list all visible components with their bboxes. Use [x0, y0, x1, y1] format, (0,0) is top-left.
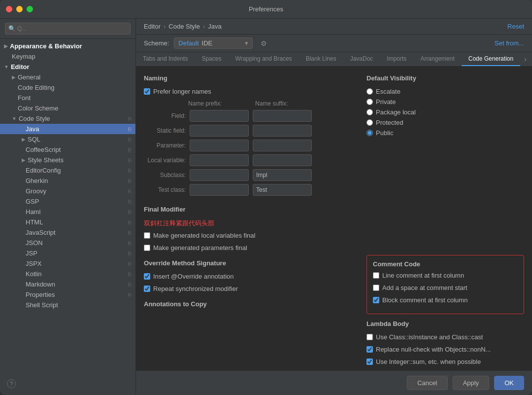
sidebar-item-markdown[interactable]: Markdown ⎘	[0, 279, 135, 289]
scheme-bar: Scheme: Default IDE ▾ ⚙ Set from...	[136, 35, 532, 52]
sidebar-item-code-editing[interactable]: Code Editing	[0, 82, 135, 93]
sidebar-item-jsp[interactable]: JSP ⎘	[0, 248, 135, 258]
breadcrumb-editor: Editor	[144, 23, 161, 30]
field-prefix-input[interactable]	[190, 110, 249, 122]
sidebar-item-keymap[interactable]: Keymap	[0, 51, 135, 62]
set-from-link[interactable]: Set from...	[495, 39, 524, 47]
tab-wrapping-braces[interactable]: Wrapping and Braces	[228, 52, 299, 66]
subclass-prefix-input[interactable]	[190, 169, 249, 181]
sidebar-item-html[interactable]: HTML ⎘	[0, 217, 135, 227]
sidebar-item-shell-script[interactable]: Shell Script	[0, 300, 135, 310]
package-local-radio[interactable]	[366, 109, 373, 115]
tab-arrangement[interactable]: Arrangement	[413, 52, 461, 66]
sidebar-item-general[interactable]: ▶ General	[0, 72, 135, 82]
make-params-final-row: Make generated parameters final	[144, 244, 357, 251]
reset-button[interactable]: Reset	[507, 23, 524, 30]
sidebar-item-editorconfig[interactable]: EditorConfig ⎘	[0, 165, 135, 176]
repeat-synchronized-checkbox[interactable]	[144, 286, 150, 292]
use-class-instance-checkbox[interactable]	[366, 334, 373, 340]
sidebar-item-color-scheme[interactable]: Color Scheme	[0, 103, 135, 113]
use-integer-sum-checkbox[interactable]	[366, 359, 373, 365]
sidebar-item-coffeescript[interactable]: CoffeeScript ⎘	[0, 144, 135, 155]
help-button[interactable]: ?	[7, 379, 16, 388]
prefer-longer-names-row: Prefer longer names	[144, 88, 357, 95]
protected-radio[interactable]	[366, 119, 373, 126]
dropdown-arrow-icon: ▾	[245, 39, 248, 47]
minimize-button[interactable]	[16, 6, 23, 12]
make-params-final-checkbox[interactable]	[144, 245, 150, 251]
add-space-comment-checkbox[interactable]	[373, 285, 379, 291]
lambda-body-title: Lambda Body	[366, 320, 524, 327]
sidebar-item-json[interactable]: JSON ⎘	[0, 238, 135, 248]
parameter-suffix-input[interactable]	[253, 140, 312, 151]
tab-imports[interactable]: Imports	[380, 52, 413, 66]
insert-override-checkbox[interactable]	[144, 273, 150, 280]
sidebar-item-haml[interactable]: Haml ⎘	[0, 207, 135, 217]
tab-tabs-indents[interactable]: Tabs and Indents	[136, 52, 195, 66]
private-row: Private	[366, 98, 524, 106]
comment-code-section: Comment Code Line comment at first colum…	[366, 255, 524, 314]
prefer-longer-names-checkbox[interactable]	[144, 88, 150, 95]
sidebar-item-java[interactable]: Java ⎘	[0, 124, 135, 134]
ok-button[interactable]: OK	[494, 376, 524, 390]
right-column: Default Visibility Escalate Private Pack…	[366, 74, 524, 362]
sidebar-item-style-sheets[interactable]: ▶ Style Sheets ⎘	[0, 155, 135, 165]
test-class-prefix-input[interactable]	[190, 184, 249, 196]
make-local-final-checkbox[interactable]	[144, 232, 150, 239]
copy-icon: ⎘	[128, 292, 132, 298]
search-box: 🔍	[0, 19, 135, 39]
public-radio[interactable]	[366, 130, 373, 136]
escalate-radio[interactable]	[366, 88, 373, 95]
protected-row: Protected	[366, 119, 524, 126]
make-local-final-row: Make generated local variables final	[144, 232, 357, 239]
tab-spaces[interactable]: Spaces	[195, 52, 228, 66]
tab-code-generation[interactable]: Code Generation	[462, 52, 520, 66]
sidebar-item-jspx[interactable]: JSPX ⎘	[0, 258, 135, 269]
field-suffix-input[interactable]	[253, 110, 312, 122]
subclass-suffix-input[interactable]	[253, 169, 312, 181]
copy-icon: ⎘	[128, 261, 132, 267]
sidebar-item-sql[interactable]: ▶ SQL ⎘	[0, 134, 135, 144]
bottom-bar: Cancel Apply OK	[136, 370, 532, 395]
line-comment-first-col-checkbox[interactable]	[373, 272, 379, 279]
sidebar-item-javascript[interactable]: JavaScript ⎘	[0, 227, 135, 238]
tab-more-icon[interactable]: ›	[520, 52, 531, 66]
sidebar-item-properties[interactable]: Properties ⎘	[0, 289, 135, 300]
gear-button[interactable]: ⚙	[258, 38, 270, 48]
local-variable-prefix-input[interactable]	[190, 154, 249, 166]
final-modifier-section: Final Modifier 双斜杠注释紧跟代码头部 Make generate…	[144, 206, 357, 251]
sidebar-item-appearance[interactable]: ▶ Appearance & Behavior	[0, 41, 135, 51]
line-comment-first-col-label: Line comment at first column	[382, 272, 464, 279]
final-modifier-title: Final Modifier	[144, 206, 357, 213]
tab-javadoc[interactable]: JavaDoc	[343, 52, 380, 66]
sidebar-item-groovy[interactable]: Groovy ⎘	[0, 186, 135, 196]
replace-null-check-checkbox[interactable]	[366, 346, 373, 353]
sidebar-item-font[interactable]: Font	[0, 93, 135, 103]
private-radio[interactable]	[366, 99, 373, 105]
copy-icon: ⎘	[128, 209, 132, 215]
static-field-suffix-input[interactable]	[253, 125, 312, 137]
sidebar-item-code-style[interactable]: ▼ Code Style ⎘	[0, 113, 135, 124]
local-variable-suffix-input[interactable]	[253, 154, 312, 166]
scheme-dropdown[interactable]: Default IDE ▾	[174, 37, 253, 49]
sidebar-item-gsp[interactable]: GSP ⎘	[0, 196, 135, 207]
window-title: Preferences	[249, 5, 283, 13]
search-input[interactable]	[5, 23, 131, 35]
sidebar-item-kotlin[interactable]: Kotlin ⎘	[0, 269, 135, 279]
apply-button[interactable]: Apply	[453, 376, 490, 390]
static-field-prefix-input[interactable]	[190, 125, 249, 137]
test-class-suffix-input[interactable]	[253, 184, 312, 196]
scheme-ide-text: IDE	[202, 39, 213, 47]
parameter-prefix-input[interactable]	[190, 140, 249, 151]
expand-arrow-icon: ▼	[12, 116, 17, 121]
tab-blank-lines[interactable]: Blank Lines	[299, 52, 343, 66]
sidebar-item-editor[interactable]: ▼ Editor	[0, 62, 135, 72]
sidebar-item-gherkin[interactable]: Gherkin ⎘	[0, 176, 135, 186]
copy-icon: ⎘	[128, 126, 132, 132]
local-variable-row: Local variable:	[144, 154, 357, 166]
cancel-button[interactable]: Cancel	[407, 376, 447, 390]
close-button[interactable]	[6, 6, 12, 12]
block-comment-first-col-checkbox[interactable]	[373, 297, 379, 303]
local-variable-label: Local variable:	[144, 157, 186, 164]
maximize-button[interactable]	[27, 6, 33, 12]
